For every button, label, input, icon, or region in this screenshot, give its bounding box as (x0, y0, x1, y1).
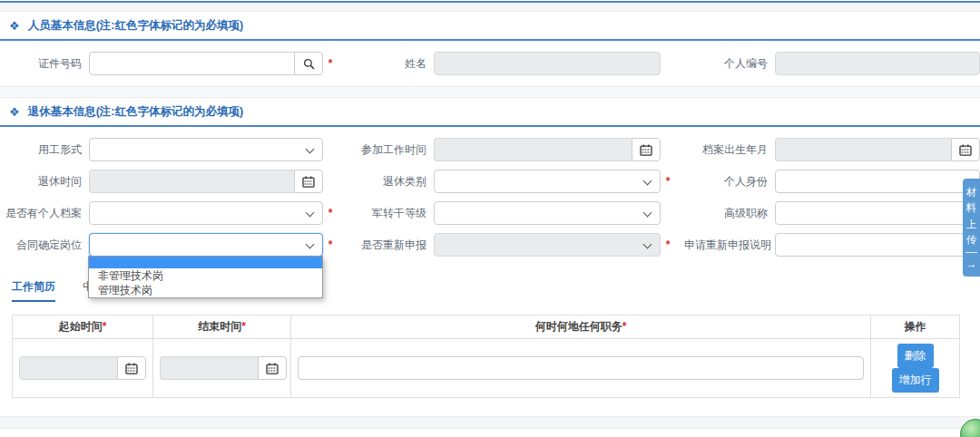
retire-time-field: 退休时间 (0, 170, 343, 193)
section-header-personal: ❖ 人员基本信息(注:红色字体标记的为必填项) (0, 12, 980, 41)
military-rank-select[interactable] (434, 201, 661, 225)
has-archive-select[interactable] (89, 201, 323, 225)
start-time-group (19, 356, 146, 380)
duty-input[interactable] (298, 356, 864, 380)
required-mark: * (103, 320, 107, 333)
calendar-icon (266, 363, 279, 374)
personal-code-input (775, 52, 980, 75)
tab-work-history[interactable]: 工作简历 (12, 279, 55, 302)
column-header-label: 操作 (905, 320, 926, 333)
calendar-button[interactable] (258, 356, 287, 380)
calendar-button[interactable] (117, 356, 146, 380)
military-rank-field: 军转干等级 (343, 201, 684, 225)
search-button[interactable] (294, 52, 323, 75)
chevron-down-icon (306, 209, 315, 218)
col-header-action: 操作 (871, 316, 960, 339)
file-birth-label: 档案出生年月 (684, 142, 775, 158)
start-time-cell (13, 339, 153, 398)
divider (965, 252, 977, 253)
dropdown-option[interactable]: 管理技术岗 (89, 283, 322, 297)
end-time-group (160, 356, 287, 380)
join-work-time-field: 参加工作时间 (343, 138, 684, 161)
section-header-retire: ❖ 退休基本信息(注:红色字体标记的为必填项) (0, 98, 980, 127)
cert-no-field: 证件号码 * (0, 52, 343, 75)
col-header-start-time: 起始时间* (13, 316, 153, 339)
retire-time-input (89, 170, 294, 193)
delete-row-button[interactable]: 删除 (897, 344, 934, 368)
start-time-input (19, 356, 117, 380)
retire-time-label: 退休时间 (0, 174, 89, 189)
work-history-table: 起始时间* 结束时间* 何时何地任何职务* 操作 (12, 315, 960, 398)
employment-type-select[interactable] (89, 138, 323, 161)
form-row: 合同确定岗位 * 是否重新申报 * 申请重新申报说明 (0, 233, 980, 257)
form-row: 退休时间 退休类别 (0, 170, 980, 193)
redeclare-desc-input[interactable] (775, 233, 980, 257)
dropdown-option[interactable]: 非管理技术岗 (89, 268, 322, 283)
cert-no-label: 证件号码 (0, 56, 89, 72)
calendar-button[interactable] (294, 170, 323, 193)
action-cell: 删除增加行 (871, 339, 960, 398)
footer-separator-band (0, 416, 980, 429)
join-work-time-input (434, 138, 632, 161)
clover-icon: ❖ (9, 20, 20, 32)
military-rank-label: 军转干等级 (343, 206, 434, 221)
personal-info-row: 证件号码 * 姓名 个人编号 (0, 41, 980, 86)
end-time-input (160, 356, 258, 380)
required-mark: * (323, 207, 338, 219)
required-mark: * (323, 57, 338, 70)
senior-title-label: 高级职称 (684, 206, 775, 221)
duty-cell (291, 339, 871, 398)
calendar-icon (302, 176, 315, 188)
form-row: 用工形式 参加工作时间 (0, 138, 980, 161)
required-mark: * (661, 175, 675, 188)
retire-time-group (89, 170, 323, 193)
employment-type-field: 用工形式 (0, 138, 343, 161)
join-work-time-group (434, 138, 661, 161)
column-header-label: 何时何地任何职务 (535, 320, 622, 333)
redeclare-select (434, 233, 661, 257)
top-gray-band (0, 3, 980, 12)
required-mark: * (241, 320, 246, 333)
contract-post-dropdown: 非管理技术岗 管理技术岗 (88, 256, 323, 298)
calendar-icon (125, 363, 138, 374)
chevron-down-icon (643, 209, 652, 218)
section-separator-band (0, 86, 980, 98)
table-header-row: 起始时间* 结束时间* 何时何地任何职务* 操作 (13, 316, 960, 339)
calendar-button[interactable] (951, 138, 980, 161)
material-upload-tab[interactable]: 材料上传 → (963, 179, 980, 277)
senior-title-field: 高级职称 (684, 201, 980, 225)
employment-type-label: 用工形式 (0, 142, 89, 158)
contract-post-select[interactable] (89, 233, 323, 257)
redeclare-desc-field: 申请重新申报说明 (684, 233, 980, 257)
cert-no-input-group (89, 52, 323, 75)
name-input (434, 52, 661, 75)
calendar-icon (640, 144, 652, 156)
clover-icon: ❖ (9, 106, 20, 118)
identity-input[interactable] (775, 170, 980, 193)
has-archive-field: 是否有个人档案 * (0, 201, 343, 225)
identity-field: 个人身份 (684, 170, 980, 193)
file-birth-field: 档案出生年月 (684, 138, 980, 161)
retirement-declaration-page: ❖ 人员基本信息(注:红色字体标记的为必填项) 证件号码 * 姓名 (0, 0, 980, 437)
name-field: 姓名 (343, 52, 684, 75)
retire-type-select[interactable] (434, 170, 661, 193)
personal-code-field: 个人编号 (684, 52, 980, 75)
arrow-right-icon: → (963, 257, 980, 272)
senior-title-input[interactable] (775, 201, 980, 225)
cert-no-input[interactable] (89, 52, 295, 75)
col-header-end-time: 结束时间* (153, 316, 291, 339)
calendar-button[interactable] (632, 138, 661, 161)
retire-type-label: 退休类别 (343, 174, 434, 189)
redeclare-desc-label: 申请重新申报说明 (684, 238, 775, 253)
file-birth-input (775, 138, 951, 161)
required-mark: * (323, 238, 338, 251)
identity-label: 个人身份 (684, 174, 775, 189)
add-row-button[interactable]: 增加行 (892, 368, 939, 393)
end-time-cell (153, 339, 291, 398)
section-title-retire: 退休基本信息(注:红色字体标记的为必填项) (28, 104, 244, 120)
file-birth-group (775, 138, 980, 161)
col-header-duty: 何时何地任何职务* (291, 316, 871, 339)
chevron-down-icon (643, 177, 652, 186)
dropdown-option-empty[interactable] (89, 257, 322, 268)
has-archive-label: 是否有个人档案 (0, 206, 89, 221)
